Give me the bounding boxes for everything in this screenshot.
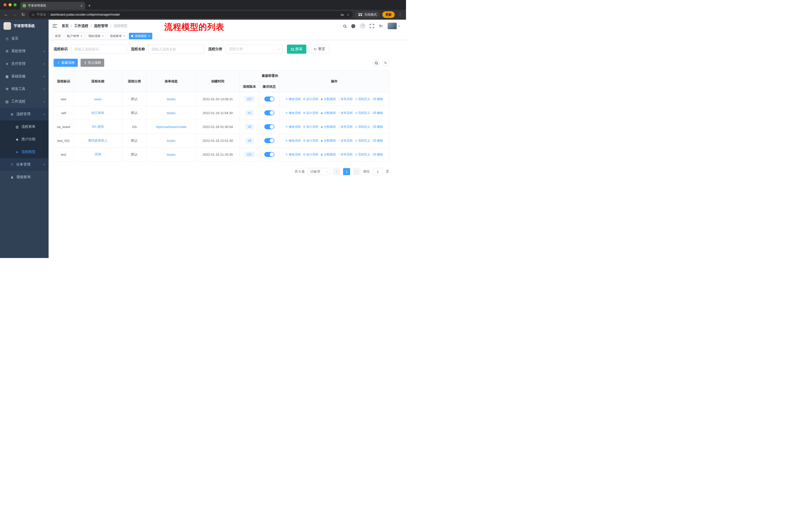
tag-close-icon[interactable]: × <box>123 34 125 38</box>
tab-close-icon[interactable]: × <box>81 4 83 8</box>
sidebar-toggle-button[interactable] <box>53 24 57 28</box>
create-process-button[interactable]: ＋ 新建流程 <box>54 59 78 67</box>
action-link[interactable]: ☝ 发布流程 <box>338 97 353 101</box>
action-link[interactable]: ♟ 分配规则 <box>320 153 336 157</box>
process-name-link[interactable]: 测试多审批人 <box>88 139 108 142</box>
window-minimize-button[interactable] <box>8 3 11 6</box>
sidebar-item[interactable]: ¥ 支付管理 ∨ <box>0 57 49 70</box>
action-link[interactable]: ♟ 分配规则 <box>320 97 336 101</box>
process-name-link[interactable]: eeee <box>94 97 102 101</box>
browser-menu-icon[interactable]: ⋮ <box>397 12 403 17</box>
action-link[interactable]: ⌫ 删除 <box>372 111 383 115</box>
active-toggle[interactable] <box>264 152 274 157</box>
sidebar-item[interactable]: ≣ 流程管理 ∧ <box>0 108 49 120</box>
window-close-button[interactable] <box>3 3 6 6</box>
action-link[interactable]: ☝ 发布流程 <box>338 153 353 157</box>
user-menu[interactable]: ∨ <box>388 23 400 29</box>
breadcrumb-item[interactable]: 首页 <box>62 24 69 28</box>
app-logo-row[interactable]: 芋道管理系统 <box>0 20 49 32</box>
sidebar-item[interactable]: ⚙ 系统管理 ∨ <box>0 45 49 57</box>
sidebar-item[interactable]: ▥ 流程表单 <box>0 120 49 133</box>
action-link[interactable]: ⊙ 流程定义 <box>355 125 370 129</box>
sidebar-item[interactable]: ◷ 首页 <box>0 32 49 45</box>
active-toggle[interactable] <box>264 110 274 115</box>
tag-item[interactable]: 流程表单 × <box>108 33 127 39</box>
new-tab-button[interactable]: + <box>88 3 91 8</box>
sidebar-item[interactable]: ▦ 基础设施 ∨ <box>0 70 49 83</box>
page-size-select[interactable]: 10条/页 ∨ <box>308 168 330 175</box>
browser-tab[interactable]: 芋道管理系统 × <box>20 2 85 9</box>
refresh-table-button[interactable]: ↻ <box>382 59 389 66</box>
tag-close-icon[interactable]: × <box>148 34 150 38</box>
tag-item[interactable]: 租户管理 × <box>65 33 85 39</box>
tag-close-icon[interactable]: × <box>81 34 82 38</box>
category-select[interactable]: 流程分类 ∨ <box>226 45 283 54</box>
tag-item[interactable]: 首页 <box>53 33 63 39</box>
back-button[interactable]: ← <box>3 12 9 17</box>
active-toggle[interactable] <box>264 97 274 102</box>
action-link[interactable]: ⌫ 删除 <box>372 97 383 101</box>
font-size-icon[interactable]: TT <box>379 24 383 28</box>
form-info-link[interactable]: biubiu <box>167 153 176 157</box>
action-link[interactable]: ✎ 修改流程 <box>285 153 300 157</box>
action-link[interactable]: ♟ 分配规则 <box>320 139 336 143</box>
tag-item[interactable]: 我的流程 × <box>86 33 106 39</box>
process-name-link[interactable]: 自己审批 <box>91 111 105 115</box>
action-link[interactable]: ⚙ 设计流程 <box>303 111 318 115</box>
action-link[interactable]: ⚙ 设计流程 <box>303 153 318 157</box>
bookmark-star-icon[interactable]: ☆ <box>346 12 350 17</box>
action-link[interactable]: ⊙ 流程定义 <box>355 153 370 157</box>
sidebar-item[interactable]: ⚒ 研发工具 ∨ <box>0 83 49 95</box>
action-link[interactable]: ☝ 发布流程 <box>338 139 353 143</box>
form-info-link[interactable]: /bpm/oa/leave/create <box>156 125 186 129</box>
sidebar-item[interactable]: ➤ 流程模型 <box>0 146 49 158</box>
sidebar-item[interactable]: ⚐ 任务管理 ∨ <box>0 158 49 171</box>
active-toggle[interactable] <box>264 124 274 129</box>
form-info-link[interactable]: biubiu <box>167 97 176 101</box>
breadcrumb-item[interactable]: 流程管理 <box>94 24 108 28</box>
action-link[interactable]: ✎ 修改流程 <box>285 139 300 143</box>
action-link[interactable]: ⚙ 设计流程 <box>303 125 318 129</box>
action-link[interactable]: ♟ 分配规则 <box>320 125 336 129</box>
form-info-link[interactable]: biubiu <box>167 111 176 115</box>
sidebar-item[interactable]: ☻ 用户分组 <box>0 133 49 146</box>
process-name-link[interactable]: OA 请假 <box>92 125 104 129</box>
action-link[interactable]: ✎ 修改流程 <box>285 125 300 129</box>
tag-item[interactable]: 流程模型 × <box>129 33 152 39</box>
breadcrumb-item[interactable]: 工作流程 <box>74 24 88 28</box>
prev-page-button[interactable]: ‹ <box>333 168 340 175</box>
import-process-button[interactable]: ↥ 导入流程 <box>81 59 104 67</box>
action-link[interactable]: ⚙ 设计流程 <box>303 139 318 143</box>
goto-page-input[interactable] <box>373 168 383 175</box>
action-link[interactable]: ♟ 分配规则 <box>320 111 336 115</box>
action-link[interactable]: ⚙ 设计流程 <box>303 97 318 101</box>
ssl-warning-icon[interactable]: ⚠ <box>32 13 35 17</box>
action-link[interactable]: ⊙ 流程定义 <box>355 97 370 101</box>
reload-button[interactable]: ↻ <box>20 12 26 18</box>
action-link[interactable]: ☝ 发布流程 <box>338 111 353 115</box>
address-bar[interactable]: ⚠ 不安全 dashboard.yudao.iocoder.cn/bpm/man… <box>29 11 353 18</box>
tag-close-icon[interactable]: × <box>102 34 104 38</box>
next-page-button[interactable]: › <box>353 168 360 175</box>
process-name-input[interactable] <box>148 45 204 54</box>
action-link[interactable]: ☝ 发布流程 <box>338 125 353 129</box>
page-number-button[interactable]: 1 <box>343 168 350 175</box>
process-id-input[interactable] <box>71 45 127 54</box>
search-icon[interactable] <box>343 25 346 27</box>
sidebar-item[interactable]: ▤ 工作流程 ∧ <box>0 95 49 108</box>
update-button[interactable]: 更新 <box>382 11 395 18</box>
forward-button[interactable]: → <box>11 12 18 17</box>
action-link[interactable]: ⊙ 流程定义 <box>355 111 370 115</box>
action-link[interactable]: ⌫ 删除 <box>372 125 383 129</box>
action-link[interactable]: ⌫ 删除 <box>372 139 383 143</box>
action-link[interactable]: ⌫ 删除 <box>372 153 383 157</box>
password-key-icon[interactable] <box>341 13 344 17</box>
window-zoom-button[interactable] <box>13 3 17 6</box>
fullscreen-icon[interactable] <box>370 24 374 28</box>
toggle-search-button[interactable] <box>373 59 380 66</box>
github-icon[interactable] <box>351 24 356 28</box>
active-toggle[interactable] <box>264 138 274 143</box>
process-name-link[interactable]: 滔博 <box>95 153 101 156</box>
sidebar-item[interactable]: ♟ 请假查询 <box>0 171 49 184</box>
action-link[interactable]: ✎ 修改流程 <box>285 111 300 115</box>
